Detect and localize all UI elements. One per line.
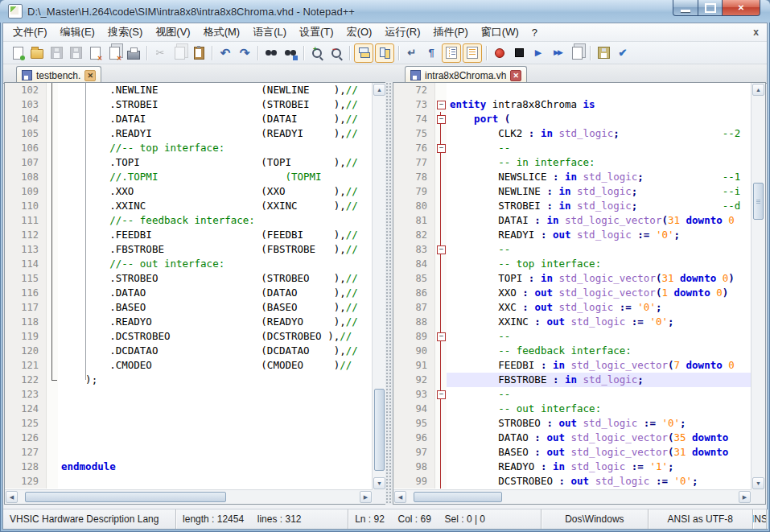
menu-item-file[interactable]: 文件(F): [6, 23, 54, 41]
menu-item-language[interactable]: 语言(L): [246, 23, 293, 41]
code-line[interactable]: NEWLINE : in std_logic; --i: [447, 184, 751, 199]
tab-close-icon[interactable]: ✕: [510, 70, 521, 81]
redo-icon[interactable]: ↷: [236, 44, 253, 62]
code-line[interactable]: DATAI : in std_logic_vector(31 downto 0: [447, 213, 751, 228]
copy-icon[interactable]: [171, 44, 188, 62]
scrollbar-thumb[interactable]: [374, 389, 385, 471]
fold-margin-collapse-box[interactable]: −: [435, 141, 447, 155]
tab-intra8x8chroma[interactable]: intra8x8Chroma.vh ✕: [405, 66, 527, 84]
maximize-button[interactable]: [698, 0, 722, 16]
code-line[interactable]: NEWSLICE : in std_logic; --1: [447, 170, 751, 184]
open-icon[interactable]: [28, 44, 46, 62]
code-line[interactable]: [58, 387, 373, 402]
code-line[interactable]: -- top interface:: [447, 257, 751, 271]
code-line[interactable]: [58, 416, 373, 431]
right-editor-pane[interactable]: 7273−entity intra8x8Chroma is74− port (7…: [393, 82, 766, 505]
fold-margin-collapse-box[interactable]: −: [435, 112, 447, 126]
scrollbar-thumb[interactable]: [414, 492, 502, 502]
code-line[interactable]: --: [447, 329, 751, 344]
scroll-left-arrow[interactable]: ◀: [6, 491, 18, 503]
menubar-close-icon[interactable]: x: [753, 27, 759, 38]
code-line[interactable]: XXINC : out std_logic := '0';: [447, 315, 751, 329]
save-all-icon[interactable]: [67, 44, 84, 62]
code-line[interactable]: --: [447, 387, 751, 402]
menu-item-window[interactable]: 窗口(W): [475, 23, 525, 41]
replace-icon[interactable]: [282, 44, 299, 62]
fold-margin-collapse-box[interactable]: −: [435, 329, 447, 344]
left-code-view[interactable]: 102 .NEWLINE (NEWLINE ),//103 .STROBEI (…: [5, 83, 373, 490]
cut-icon[interactable]: ✂: [151, 44, 169, 62]
close-doc-icon[interactable]: [86, 44, 104, 62]
code-line[interactable]: //-- feedback interface:: [58, 213, 373, 228]
code-line[interactable]: //.TOPMI (TOPMI: [58, 170, 373, 184]
left-horizontal-scrollbar[interactable]: ◀ ▶: [5, 489, 373, 504]
fold-margin-collapse-box[interactable]: −: [435, 387, 447, 402]
code-line[interactable]: DCSTROBEO : out std_logic := '0';: [447, 474, 751, 489]
tab-close-icon[interactable]: ✕: [84, 70, 96, 81]
right-code-view[interactable]: 7273−entity intra8x8Chroma is74− port (7…: [393, 83, 751, 490]
right-horizontal-scrollbar[interactable]: ◀ ▶: [393, 489, 751, 504]
run-macro-multiple-icon[interactable]: ▶▶: [549, 44, 566, 62]
function-list-icon[interactable]: [463, 43, 482, 63]
code-line[interactable]: .DATAO (DATAO ),//: [58, 286, 373, 300]
code-line[interactable]: .XXO (XXO ),//: [58, 184, 373, 199]
scroll-left-arrow[interactable]: ◀: [394, 491, 406, 503]
fold-margin-collapse-box[interactable]: −: [435, 242, 447, 257]
code-line[interactable]: READYO : in std_logic := '1';: [447, 460, 751, 474]
code-line[interactable]: //-- top interface:: [58, 141, 373, 155]
code-line[interactable]: FBSTROBE : in std_logic;: [447, 373, 751, 387]
print-icon[interactable]: [125, 44, 142, 62]
paste-icon[interactable]: [190, 44, 208, 62]
zoom-in-icon[interactable]: +: [308, 44, 326, 62]
scrollbar-thumb[interactable]: [25, 492, 226, 502]
pane-splitter[interactable]: [385, 82, 393, 505]
record-macro-icon[interactable]: [491, 44, 509, 62]
menu-item-macro[interactable]: 宏(O): [340, 23, 379, 41]
code-line[interactable]: --: [447, 242, 751, 257]
code-line[interactable]: .DCSTROBEO (DCSTROBEO ),//: [58, 329, 373, 344]
code-line[interactable]: .TOPI (TOPI ),//: [58, 155, 373, 170]
scrollbar-thumb[interactable]: [753, 183, 764, 220]
code-line[interactable]: XXO : out std_logic_vector(1 downto 0): [447, 286, 751, 300]
menu-item-format[interactable]: 格式(M): [197, 23, 247, 41]
code-line[interactable]: XXC : out std_logic := '0';: [447, 300, 751, 315]
code-line[interactable]: TOPI : in std_logic_vector(31 downto 0): [447, 271, 751, 286]
code-line[interactable]: port (: [447, 112, 751, 126]
find-icon[interactable]: [262, 44, 280, 62]
show-indent-guide-icon[interactable]: [442, 43, 461, 63]
code-line[interactable]: .NEWLINE (NEWLINE ),//: [58, 83, 373, 97]
menu-item-run[interactable]: 运行(R): [378, 23, 426, 41]
code-line[interactable]: .DATAI (DATAI ),//: [58, 112, 373, 126]
menu-item-help[interactable]: ?: [525, 25, 544, 40]
scroll-up-arrow[interactable]: ▲: [752, 84, 764, 96]
scroll-right-arrow[interactable]: ▶: [739, 491, 751, 503]
save-icon[interactable]: [47, 44, 65, 62]
code-line[interactable]: );: [58, 373, 373, 387]
menu-item-view[interactable]: 视图(V): [149, 23, 196, 41]
save-session-icon[interactable]: [595, 44, 612, 62]
undo-icon[interactable]: ↶: [216, 44, 234, 62]
code-line[interactable]: endmodule: [58, 460, 373, 474]
code-line[interactable]: FEEDBI : in std_logic_vector(7 downto 0: [447, 358, 751, 373]
show-all-characters-icon[interactable]: ¶: [422, 44, 440, 62]
code-line[interactable]: BASEO : out std_logic_vector(31 downto: [447, 445, 751, 460]
zoom-out-icon[interactable]: −: [327, 44, 345, 62]
code-line[interactable]: --: [447, 141, 751, 155]
code-line[interactable]: .FEEDBI (FEEDBI ),//: [58, 228, 373, 242]
code-line[interactable]: .STROBEI (STROBEI ),//: [58, 97, 373, 112]
code-line[interactable]: STROBEO : out std_logic := '0';: [447, 416, 751, 431]
code-line[interactable]: [447, 83, 751, 97]
code-line[interactable]: [58, 474, 373, 489]
left-editor-pane[interactable]: 102 .NEWLINE (NEWLINE ),//103 .STROBEI (…: [4, 82, 387, 505]
right-vertical-scrollbar[interactable]: ▲ ▼: [751, 83, 765, 490]
scroll-up-arrow[interactable]: ▲: [373, 84, 385, 96]
code-line[interactable]: .CMODEO (CMODEO )//: [58, 358, 373, 373]
code-line[interactable]: .XXINC (XXINC ),//: [58, 199, 373, 213]
code-line[interactable]: .STROBEO (STROBEO ),//: [58, 271, 373, 286]
tab-testbench[interactable]: testbench. ✕: [16, 66, 101, 84]
code-line[interactable]: .READYI (READYI ),//: [58, 126, 373, 141]
menu-item-search[interactable]: 搜索(S): [101, 23, 149, 41]
menu-item-plugins[interactable]: 插件(P): [426, 23, 474, 41]
code-line[interactable]: [58, 402, 373, 416]
code-line[interactable]: .FBSTROBE (FBSTROBE ),//: [58, 242, 373, 257]
